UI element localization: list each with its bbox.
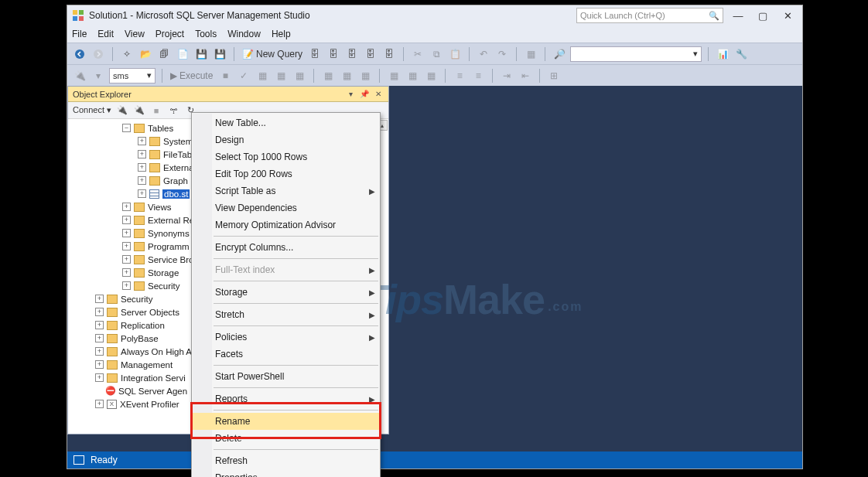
new-query-icon: 📝: [242, 49, 254, 60]
nav-forward-icon: [91, 46, 106, 62]
svg-rect-0: [73, 10, 77, 15]
toolbar-main: ✧ 📂 🗐 📄 💾 💾 📝New Query 🗄 🗄 🗄 🗄 🗄 ✂ ⧉ 📋 ↶…: [67, 43, 802, 64]
cm-fulltext: Full-Text index▶: [192, 261, 380, 278]
refresh-filter-icon[interactable]: 🝖: [167, 104, 179, 117]
title-bar: Solution1 - Microsoft SQL Server Managem…: [67, 5, 802, 26]
undo-icon: ↶: [476, 46, 491, 62]
status-icon: [73, 455, 84, 465]
cm-policies[interactable]: Policies▶: [192, 329, 380, 346]
agent-icon: ⛔: [105, 387, 115, 396]
menu-help[interactable]: Help: [272, 29, 291, 39]
stop-icon: ■: [217, 68, 233, 83]
watermark: TipsMake.com: [361, 275, 583, 323]
toolbar-sql: 🔌 ▾ sms▾ ▶Execute ■ ✓ ▦ ▦ ▦ ▦ ▦ ▦ ▦ ▦ ▦ …: [67, 64, 802, 86]
submenu-arrow-icon: ▶: [369, 311, 375, 319]
menu-view[interactable]: View: [125, 29, 145, 39]
db-icon-5[interactable]: 🗄: [381, 46, 397, 62]
registered-servers-icon[interactable]: 📊: [715, 46, 730, 62]
db-icon-2[interactable]: 🗄: [326, 46, 341, 62]
change-conn-icon: ▾: [91, 68, 106, 83]
cm-delete[interactable]: Delete: [192, 430, 380, 447]
save-icon[interactable]: 💾: [193, 46, 209, 62]
paste-icon: 📋: [447, 46, 463, 62]
app-icon: [72, 9, 84, 22]
cm-reports[interactable]: Reports▶: [192, 390, 380, 407]
maximize-button[interactable]: ▢: [753, 8, 773, 23]
menu-window[interactable]: Window: [227, 29, 261, 39]
panel-dropdown-icon[interactable]: ▾: [345, 89, 356, 100]
window-title: Solution1 - Microsoft SQL Server Managem…: [89, 10, 310, 21]
open-file-icon[interactable]: 📄: [175, 46, 190, 62]
new-query-button[interactable]: 📝New Query: [241, 49, 304, 60]
comment-icon: ▦: [386, 68, 402, 83]
menu-file[interactable]: File: [72, 29, 87, 39]
db-icon-1[interactable]: 🗄: [307, 46, 323, 62]
submenu-arrow-icon: ▶: [369, 266, 375, 274]
search-combo[interactable]: ▾: [570, 46, 702, 62]
cm-view-dep[interactable]: View Dependencies: [192, 199, 380, 216]
menu-edit[interactable]: Edit: [97, 29, 114, 39]
indent-icon: ▦: [423, 68, 439, 83]
cm-refresh[interactable]: Refresh: [192, 452, 380, 469]
cm-select-top[interactable]: Select Top 1000 Rows: [192, 148, 380, 165]
panel-pin-icon[interactable]: 📌: [359, 89, 370, 100]
app-window: Solution1 - Microsoft SQL Server Managem…: [67, 5, 803, 469]
connect-icon: 🔌: [72, 68, 87, 83]
results-icon-2: ▦: [339, 68, 354, 83]
cm-mem-opt[interactable]: Memory Optimization Advisor: [192, 216, 380, 233]
db-icon-3[interactable]: 🗄: [344, 46, 360, 62]
cm-new-table[interactable]: New Table...: [192, 114, 380, 131]
submenu-arrow-icon: ▶: [369, 395, 375, 404]
menu-tools[interactable]: Tools: [195, 29, 217, 39]
cm-edit-top[interactable]: Edit Top 200 Rows: [192, 165, 380, 182]
quick-launch-input[interactable]: Quick Launch (Ctrl+Q) 🔍: [576, 8, 723, 23]
cm-stretch[interactable]: Stretch▶: [192, 306, 380, 323]
cm-script[interactable]: Script Table as▶: [192, 182, 380, 199]
redo-icon: ↷: [494, 46, 510, 62]
svg-rect-2: [73, 16, 77, 21]
panel-close-icon[interactable]: ✕: [373, 89, 384, 100]
close-button[interactable]: ✕: [777, 8, 798, 23]
cut-icon: ✂: [410, 46, 425, 62]
submenu-arrow-icon: ▶: [369, 187, 375, 196]
plan-icon-2: ▦: [273, 68, 289, 83]
cm-rename[interactable]: Rename: [192, 413, 380, 430]
cm-storage[interactable]: Storage▶: [192, 284, 380, 301]
new-project-icon[interactable]: 🗐: [156, 46, 172, 62]
new-item-icon[interactable]: ✧: [119, 46, 135, 62]
db-icon-4[interactable]: 🗄: [363, 46, 378, 62]
properties-icon[interactable]: 🔧: [733, 46, 749, 62]
status-bar: Ready: [67, 451, 802, 468]
filter-icon[interactable]: 🔌: [116, 104, 128, 117]
panel-title-bar: Object Explorer ▾ 📌 ✕: [68, 87, 388, 102]
cm-design[interactable]: Design: [192, 131, 380, 148]
execute-button: ▶Execute: [169, 70, 214, 81]
plan-icon-1: ▦: [255, 68, 270, 83]
parse-icon: ✓: [236, 68, 251, 83]
copy-icon: ⧉: [429, 46, 444, 62]
nav-back-icon[interactable]: [72, 46, 87, 62]
quick-launch-placeholder: Quick Launch (Ctrl+Q): [580, 11, 665, 20]
menu-project[interactable]: Project: [155, 29, 184, 39]
cm-powershell[interactable]: Start PowerShell: [192, 368, 380, 385]
play-icon: ▶: [170, 70, 177, 81]
menu-bar: File Edit View Project Tools Window Help: [67, 26, 802, 43]
cm-encrypt[interactable]: Encrypt Columns...: [192, 239, 380, 256]
uncomment-icon: ▦: [405, 68, 420, 83]
cm-properties[interactable]: Properties: [192, 469, 380, 477]
filter2-icon[interactable]: 🔌: [133, 104, 145, 117]
stop-filter-icon: ■: [150, 104, 162, 117]
table-icon: [149, 189, 159, 199]
open-icon[interactable]: 📂: [138, 46, 153, 62]
database-combo[interactable]: sms▾: [109, 68, 155, 83]
connect-dropdown[interactable]: Connect ▾: [73, 105, 111, 115]
save-all-icon[interactable]: 💾: [212, 46, 227, 62]
minimize-button[interactable]: ―: [728, 8, 748, 23]
search-icon: 🔍: [709, 11, 719, 21]
indent-icon-2: ⇥: [499, 68, 514, 83]
plan-icon-3: ▦: [292, 68, 307, 83]
cm-facets[interactable]: Facets: [192, 346, 380, 363]
submenu-arrow-icon: ▶: [369, 288, 375, 297]
results-icon-3: ▦: [357, 68, 373, 83]
find-icon[interactable]: 🔎: [552, 46, 567, 62]
